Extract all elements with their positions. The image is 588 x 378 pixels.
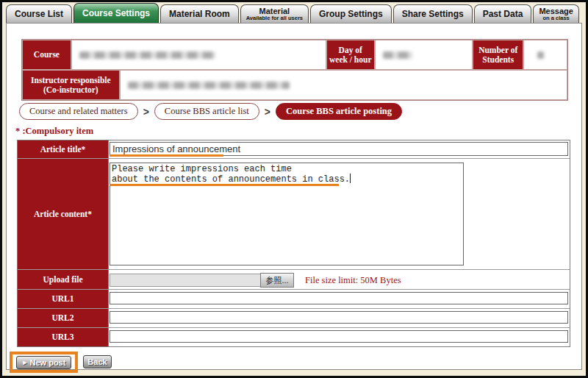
file-path-field[interactable] bbox=[110, 274, 261, 287]
students-value-cell bbox=[523, 40, 567, 70]
instructor-value-cell bbox=[120, 70, 567, 100]
tab-label: Material Room bbox=[169, 10, 230, 18]
tab-material-room[interactable]: Material Room bbox=[160, 4, 239, 23]
url2-row: URL2 bbox=[18, 308, 570, 327]
tab-label: Share Settings bbox=[402, 10, 464, 18]
compulsory-note: * :Compulsory item bbox=[15, 126, 93, 137]
file-size-limit-note: File size limit: 50M Bytes bbox=[305, 275, 401, 286]
file-input-group: 参照... File size limit: 50M Bytes bbox=[110, 273, 570, 288]
course-value-cell bbox=[71, 40, 326, 70]
tab-course-list[interactable]: Course List bbox=[6, 4, 72, 23]
breadcrumb-course-bbs-article-posting: Course BBS article posting bbox=[276, 103, 402, 120]
upload-file-row: Upload file 参照... File size limit: 50M B… bbox=[18, 269, 570, 289]
breadcrumb-separator: > bbox=[265, 106, 270, 118]
tab-label: Group Settings bbox=[319, 10, 383, 18]
breadcrumb: Course and related matters > Course BBS … bbox=[19, 103, 407, 120]
annotation-underline-title bbox=[110, 154, 223, 157]
url3-field-cell bbox=[109, 328, 570, 346]
tab-sublabel: on a class bbox=[542, 15, 569, 21]
url3-input[interactable] bbox=[110, 330, 568, 343]
new-post-button-label: New post bbox=[30, 358, 66, 367]
article-posting-form: Article title* Article content* Please w… bbox=[17, 140, 570, 347]
tab-message[interactable]: Message on a class bbox=[533, 4, 578, 23]
url2-input[interactable] bbox=[110, 311, 568, 324]
url3-label: URL3 bbox=[18, 328, 109, 346]
breadcrumb-separator: > bbox=[143, 106, 149, 118]
instructor-name-redacted bbox=[128, 82, 290, 89]
url1-row: URL1 bbox=[18, 289, 570, 308]
app-window: Course List Course Settings Material Roo… bbox=[0, 0, 588, 378]
course-info-row-1: Course Day of week / hour Number of Stud… bbox=[22, 40, 567, 70]
course-name-redacted bbox=[79, 51, 215, 59]
course-label-cell: Course bbox=[22, 40, 71, 70]
students-count-redacted bbox=[537, 51, 544, 59]
tab-label: Course Settings bbox=[82, 9, 150, 18]
new-post-button[interactable]: ► New post bbox=[16, 356, 71, 369]
tab-label: Past Data bbox=[483, 10, 523, 18]
day-of-week-value-cell bbox=[375, 40, 473, 70]
article-title-row: Article title* bbox=[18, 140, 570, 158]
browse-button[interactable]: 参照... bbox=[260, 273, 294, 288]
course-info-table: Course Day of week / hour Number of Stud… bbox=[21, 39, 568, 101]
tab-share-settings[interactable]: Share Settings bbox=[393, 4, 473, 23]
url2-label: URL2 bbox=[18, 309, 109, 327]
instructor-label-cell: Instructor responsible (Co-instructor) bbox=[22, 70, 120, 100]
url1-input[interactable] bbox=[110, 292, 568, 304]
day-of-week-label-cell: Day of week / hour bbox=[326, 40, 375, 70]
article-content-textarea[interactable]: Please write impressions each time about… bbox=[110, 163, 464, 265]
tab-course-settings[interactable]: Course Settings bbox=[74, 3, 159, 23]
day-of-week-redacted bbox=[383, 51, 412, 59]
course-info-row-2: Instructor responsible (Co-instructor) bbox=[22, 70, 567, 100]
annotation-highlight-box: ► New post bbox=[10, 352, 78, 373]
url3-row: URL3 bbox=[18, 327, 570, 346]
article-content-row: Article content* Please write impression… bbox=[18, 158, 570, 269]
upload-file-label: Upload file bbox=[18, 270, 109, 289]
article-content-label: Article content* bbox=[18, 159, 109, 269]
tab-past-data[interactable]: Past Data bbox=[474, 4, 532, 23]
upload-file-field-cell: 参照... File size limit: 50M Bytes bbox=[109, 270, 570, 289]
annotation-underline-content bbox=[110, 184, 339, 186]
url2-field-cell bbox=[109, 309, 570, 327]
url1-field-cell bbox=[109, 290, 570, 308]
tab-group-settings[interactable]: Group Settings bbox=[310, 4, 392, 23]
breadcrumb-course-bbs-article-list[interactable]: Course BBS article list bbox=[154, 103, 259, 120]
breadcrumb-course-and-related-matters[interactable]: Course and related matters bbox=[19, 103, 138, 120]
article-content-field-cell: Please write impressions each time about… bbox=[109, 159, 570, 269]
back-button[interactable]: Back bbox=[83, 355, 112, 368]
students-label-cell: Number of Students bbox=[473, 40, 523, 70]
url1-label: URL1 bbox=[18, 290, 109, 308]
content-panel: Course Day of week / hour Number of Stud… bbox=[6, 23, 582, 370]
play-triangle-icon: ► bbox=[22, 359, 29, 366]
article-title-label: Article title* bbox=[18, 140, 109, 158]
tab-sublabel: Available for all users bbox=[246, 15, 303, 21]
tab-bar: Course List Course Settings Material Roo… bbox=[6, 3, 581, 23]
text-cursor bbox=[350, 174, 351, 183]
tab-label: Course List bbox=[15, 10, 63, 18]
tab-material[interactable]: Material Available for all users bbox=[240, 4, 309, 23]
